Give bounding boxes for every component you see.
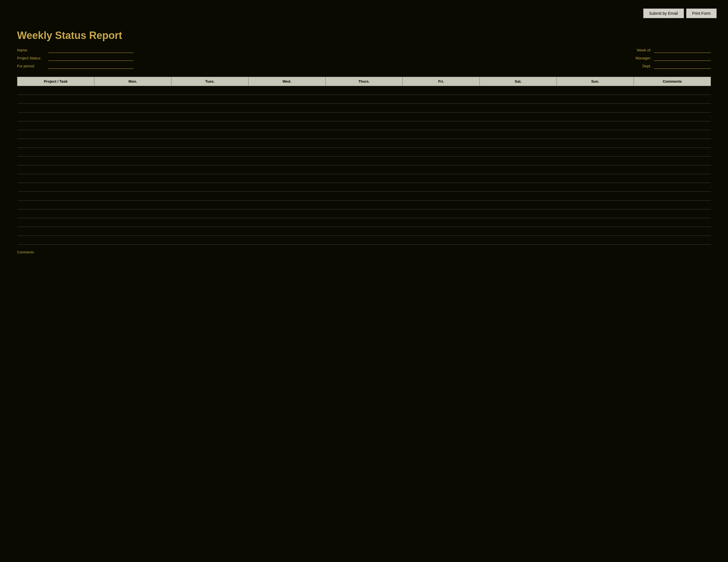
row-16-comments-input[interactable] [635, 230, 710, 234]
row-14-tues-input[interactable] [173, 212, 247, 216]
row-12-project-task-input[interactable] [18, 194, 93, 198]
row-0-tues-input[interactable] [173, 89, 247, 93]
row-3-wed-input[interactable] [250, 115, 324, 119]
row-6-thurs-input[interactable] [327, 142, 402, 146]
row-12-tues-input[interactable] [173, 194, 247, 198]
row-14-sun-input[interactable] [558, 212, 633, 216]
row-5-fri-input[interactable] [404, 133, 479, 137]
row-17-sun-input[interactable] [558, 239, 633, 243]
row-12-comments-input[interactable] [635, 194, 710, 198]
row-12-sat-input[interactable] [481, 194, 556, 198]
row-13-wed-input[interactable] [250, 203, 324, 207]
row-7-project-task-input[interactable] [18, 150, 93, 154]
row-5-comments-input[interactable] [635, 133, 710, 137]
row-0-sat-input[interactable] [481, 89, 556, 93]
row-16-fri-input[interactable] [404, 230, 479, 234]
row-1-comments-input[interactable] [635, 98, 710, 101]
row-16-project-task-input[interactable] [18, 230, 93, 234]
row-14-project-task-input[interactable] [18, 212, 93, 216]
manager-input[interactable] [654, 55, 711, 61]
row-6-mon-input[interactable] [96, 142, 170, 146]
row-4-thurs-input[interactable] [327, 124, 402, 128]
row-17-tues-input[interactable] [173, 239, 247, 243]
print-form-button[interactable]: Print Form [686, 9, 717, 18]
row-13-tues-input[interactable] [173, 203, 247, 207]
name-input[interactable] [48, 47, 134, 53]
row-10-comments-input[interactable] [635, 177, 710, 181]
row-3-sun-input[interactable] [558, 115, 633, 119]
row-4-mon-input[interactable] [96, 124, 170, 128]
row-10-sun-input[interactable] [558, 177, 633, 181]
row-9-comments-input[interactable] [635, 168, 710, 172]
row-10-project-task-input[interactable] [18, 177, 93, 181]
row-2-project-task-input[interactable] [18, 106, 93, 110]
row-2-thurs-input[interactable] [327, 106, 402, 110]
row-15-wed-input[interactable] [250, 221, 324, 225]
row-7-thurs-input[interactable] [327, 150, 402, 154]
row-5-sun-input[interactable] [558, 133, 633, 137]
row-17-sat-input[interactable] [481, 239, 556, 243]
row-9-fri-input[interactable] [404, 168, 479, 172]
row-6-comments-input[interactable] [635, 142, 710, 146]
row-4-sun-input[interactable] [558, 124, 633, 128]
row-3-sat-input[interactable] [481, 115, 556, 119]
row-0-project-task-input[interactable] [18, 89, 93, 93]
row-13-thurs-input[interactable] [327, 203, 402, 207]
row-1-tues-input[interactable] [173, 98, 247, 101]
row-0-fri-input[interactable] [404, 89, 479, 93]
row-4-tues-input[interactable] [173, 124, 247, 128]
row-14-fri-input[interactable] [404, 212, 479, 216]
row-17-project-task-input[interactable] [18, 239, 93, 243]
row-16-tues-input[interactable] [173, 230, 247, 234]
row-5-project-task-input[interactable] [18, 133, 93, 137]
row-3-fri-input[interactable] [404, 115, 479, 119]
row-11-wed-input[interactable] [250, 186, 324, 190]
row-15-sun-input[interactable] [558, 221, 633, 225]
row-1-wed-input[interactable] [250, 98, 324, 101]
row-2-fri-input[interactable] [404, 106, 479, 110]
row-15-thurs-input[interactable] [327, 221, 402, 225]
row-15-project-task-input[interactable] [18, 221, 93, 225]
row-16-sat-input[interactable] [481, 230, 556, 234]
row-1-sun-input[interactable] [558, 98, 633, 101]
row-8-mon-input[interactable] [96, 159, 170, 163]
row-13-project-task-input[interactable] [18, 203, 93, 207]
row-8-fri-input[interactable] [404, 159, 479, 163]
row-10-thurs-input[interactable] [327, 177, 402, 181]
row-17-fri-input[interactable] [404, 239, 479, 243]
row-4-project-task-input[interactable] [18, 124, 93, 128]
row-3-comments-input[interactable] [635, 115, 710, 119]
row-17-thurs-input[interactable] [327, 239, 402, 243]
row-3-tues-input[interactable] [173, 115, 247, 119]
dept-input[interactable] [654, 63, 711, 69]
row-11-comments-input[interactable] [635, 186, 710, 190]
row-1-sat-input[interactable] [481, 98, 556, 101]
row-14-comments-input[interactable] [635, 212, 710, 216]
row-8-comments-input[interactable] [635, 159, 710, 163]
row-10-fri-input[interactable] [404, 177, 479, 181]
row-1-fri-input[interactable] [404, 98, 479, 101]
row-7-comments-input[interactable] [635, 150, 710, 154]
row-6-tues-input[interactable] [173, 142, 247, 146]
row-2-sun-input[interactable] [558, 106, 633, 110]
row-17-wed-input[interactable] [250, 239, 324, 243]
row-2-comments-input[interactable] [635, 106, 710, 110]
row-12-thurs-input[interactable] [327, 194, 402, 198]
row-11-project-task-input[interactable] [18, 186, 93, 190]
row-11-fri-input[interactable] [404, 186, 479, 190]
row-14-wed-input[interactable] [250, 212, 324, 216]
row-13-mon-input[interactable] [96, 203, 170, 207]
row-11-thurs-input[interactable] [327, 186, 402, 190]
row-17-comments-input[interactable] [635, 239, 710, 243]
project-status-input[interactable] [48, 55, 134, 61]
row-4-fri-input[interactable] [404, 124, 479, 128]
row-8-sun-input[interactable] [558, 159, 633, 163]
row-8-thurs-input[interactable] [327, 159, 402, 163]
row-6-project-task-input[interactable] [18, 142, 93, 146]
row-16-sun-input[interactable] [558, 230, 633, 234]
row-8-wed-input[interactable] [250, 159, 324, 163]
row-3-mon-input[interactable] [96, 115, 170, 119]
row-11-sat-input[interactable] [481, 186, 556, 190]
for-period-input[interactable] [48, 63, 134, 69]
row-7-mon-input[interactable] [96, 150, 170, 154]
